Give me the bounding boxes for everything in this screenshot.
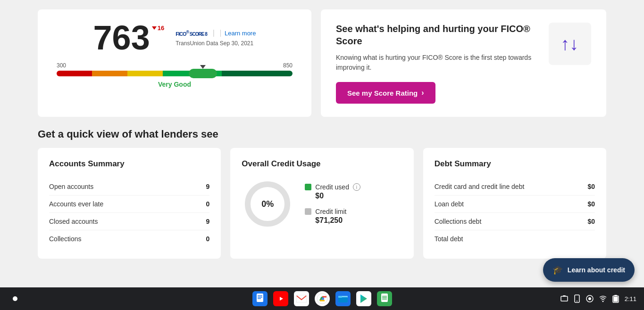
- indicator-triangle: [200, 65, 206, 69]
- fico-helper-desc: Knowing what is hurting your FICO® Score…: [336, 53, 539, 73]
- taskbar-left: [8, 291, 23, 306]
- score-indicator: [189, 69, 217, 78]
- graduation-cap-icon: 🎓: [552, 265, 563, 275]
- svg-rect-8: [296, 295, 307, 302]
- table-row: Total debt: [435, 230, 595, 247]
- fico-logo: FICO® SCORE 8: [176, 30, 207, 37]
- wifi-icon: [599, 295, 607, 302]
- credit-used-legend: Credit used i $0: [305, 183, 360, 200]
- credit-legend: Credit used i $0 Credit limit $71,250: [305, 183, 360, 225]
- app-icon-docs[interactable]: [252, 291, 268, 306]
- svg-rect-21: [563, 295, 566, 296]
- screenshot-icon[interactable]: [560, 295, 568, 302]
- svg-rect-19: [382, 299, 387, 300]
- svg-marker-15: [360, 294, 367, 303]
- table-row: Credit card and credit line debt $0: [435, 178, 595, 196]
- svg-text:↑↓: ↑↓: [560, 34, 578, 54]
- info-icon[interactable]: i: [353, 183, 360, 191]
- svg-rect-2: [257, 294, 263, 302]
- table-row: Accounts ever late 0: [49, 196, 209, 213]
- score-down-arrow: [152, 26, 157, 30]
- app-icon-youtube[interactable]: [273, 291, 288, 306]
- debt-summary-title: Debt Summary: [435, 159, 595, 169]
- app-icon-play[interactable]: [356, 291, 371, 306]
- score-meta: FICO® SCORE 8 | Learn more TransUnion Da…: [176, 29, 256, 47]
- accounts-summary-title: Accounts Summary: [49, 159, 209, 169]
- app-icon-gmail[interactable]: [294, 291, 309, 306]
- arrows-icon-box: ↑↓: [549, 23, 591, 65]
- score-number: 763: [93, 21, 150, 55]
- credit-limit-value: $71,250: [315, 216, 360, 225]
- phone-icon[interactable]: [574, 294, 580, 303]
- svg-rect-5: [258, 298, 261, 299]
- section-title: Get a quick view of what lenders see: [38, 128, 606, 140]
- svg-point-25: [588, 297, 591, 300]
- svg-rect-18: [382, 297, 387, 298]
- learn-about-credit-button[interactable]: 🎓 Learn about credit: [543, 258, 635, 282]
- record-icon: [586, 295, 594, 302]
- credit-used-value: $0: [315, 192, 360, 200]
- taskbar-time: 2:11: [625, 295, 636, 302]
- table-row: Loan debt $0: [435, 196, 595, 213]
- svg-rect-3: [258, 295, 262, 296]
- credit-limit-legend: Credit limit $71,250: [305, 208, 360, 225]
- svg-point-26: [602, 301, 603, 302]
- credit-usage-card: Overall Credit Usage 0% Credit used i: [230, 148, 413, 259]
- donut-chart: 0%: [242, 178, 293, 230]
- svg-point-23: [577, 301, 577, 302]
- debt-summary-card: Debt Summary Credit card and credit line…: [423, 148, 606, 259]
- svg-rect-14: [338, 296, 342, 298]
- taskbar: 2:11: [0, 287, 644, 310]
- score-card: 763 16 FICO® SCORE 8 | Learn more Trans: [38, 9, 311, 117]
- svg-rect-17: [382, 296, 387, 297]
- up-down-arrows-icon: ↑↓: [558, 32, 582, 56]
- battery-icon: [612, 294, 619, 303]
- taskbar-apps: [252, 291, 392, 306]
- fico-helper-title: See what's helping and hurting your FICO…: [336, 23, 539, 47]
- score-bar: 300 850 Very Good: [57, 62, 293, 89]
- svg-rect-13: [338, 297, 348, 302]
- credit-limit-dot: [305, 208, 311, 215]
- score-bar-container: [57, 71, 293, 76]
- app-icon-files[interactable]: [335, 291, 351, 306]
- credit-used-dot: [305, 184, 311, 190]
- credit-usage-inner: 0% Credit used i $0 Credit: [242, 178, 402, 230]
- svg-rect-28: [614, 295, 617, 296]
- score-change: 16: [152, 24, 164, 32]
- indicator-bar: [189, 69, 217, 78]
- fico-helper-text: See what's helping and hurting your FICO…: [336, 23, 539, 104]
- table-row: Collections debt $0: [435, 213, 595, 230]
- table-row: Open accounts 9: [49, 178, 209, 196]
- see-score-rating-button[interactable]: See my Score Rating ›: [336, 82, 435, 104]
- app-icon-chrome[interactable]: [315, 291, 330, 306]
- table-row: Closed accounts 9: [49, 213, 209, 230]
- app-icon-sheets[interactable]: [377, 291, 392, 306]
- table-row: Collections 0: [49, 230, 209, 247]
- donut-percent-label: 0%: [261, 199, 274, 209]
- chevron-right-icon: ›: [421, 89, 424, 97]
- launcher-dot: [13, 296, 17, 301]
- accounts-summary-card: Accounts Summary Open accounts 9 Account…: [38, 148, 221, 259]
- learn-more-link[interactable]: Learn more: [220, 30, 256, 37]
- svg-rect-29: [613, 297, 618, 302]
- score-rating-label: Very Good: [57, 80, 293, 89]
- taskbar-right: 2:11: [560, 294, 636, 303]
- taskbar-launcher[interactable]: [8, 291, 23, 306]
- credit-usage-title: Overall Credit Usage: [242, 159, 402, 169]
- svg-rect-20: [561, 296, 568, 301]
- transunion-text: TransUnion Data Sep 30, 2021: [176, 40, 256, 47]
- fico-helper-card: See what's helping and hurting your FICO…: [321, 9, 606, 117]
- svg-rect-4: [258, 297, 262, 298]
